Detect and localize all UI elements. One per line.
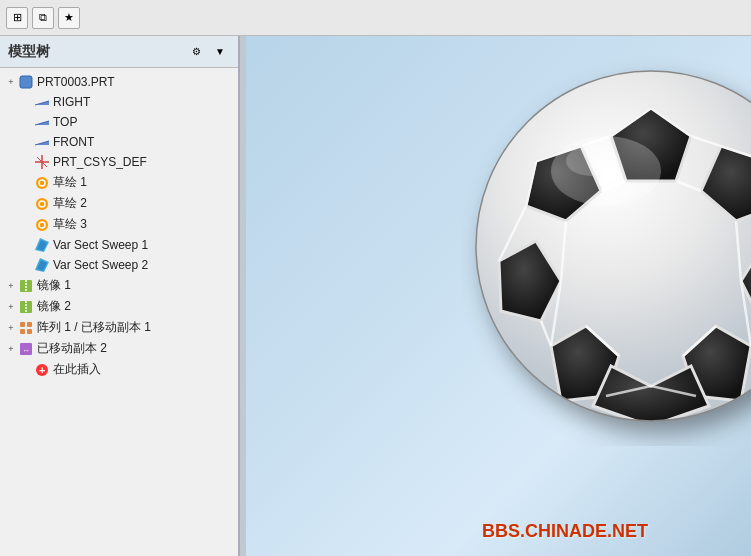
label-right: RIGHT — [53, 95, 90, 109]
tree-item-mirror1[interactable]: + 镜像 1 — [0, 275, 238, 296]
panel-title: 模型树 — [8, 43, 50, 61]
tree-item-top[interactable]: TOP — [0, 112, 238, 132]
label-sweep1: Var Sect Sweep 1 — [53, 238, 148, 252]
tree-item-pattern1[interactable]: + 阵列 1 / 已移动副本 1 — [0, 317, 238, 338]
icon-root — [18, 74, 34, 90]
svg-point-10 — [36, 177, 48, 189]
svg-text:↔: ↔ — [22, 346, 30, 355]
icon-pattern1 — [18, 320, 34, 336]
expand-sweep1 — [20, 238, 34, 252]
label-front: FRONT — [53, 135, 94, 149]
label-insert: 在此插入 — [53, 361, 101, 378]
icon-csys — [34, 154, 50, 170]
expand-insert — [20, 363, 34, 377]
panel-menu-icon[interactable]: ▼ — [210, 42, 230, 62]
icon-sketch1 — [34, 175, 50, 191]
right-viewport: BBS.CHINADE.NET — [246, 36, 751, 556]
toolbar-icon-2[interactable]: ⧉ — [32, 7, 54, 29]
svg-rect-25 — [27, 322, 32, 327]
panel-header-icons: ⚙ ▼ — [186, 42, 230, 62]
svg-text:+: + — [39, 364, 45, 376]
left-panel: 模型树 ⚙ ▼ + PRT0003.PRT RI — [0, 36, 240, 556]
label-sketch1: 草绘 1 — [53, 174, 87, 191]
icon-sketch2 — [34, 196, 50, 212]
icon-mirror2 — [18, 299, 34, 315]
svg-point-12 — [36, 198, 48, 210]
icon-insert: + — [34, 362, 50, 378]
icon-sweep1 — [34, 237, 50, 253]
tree-container[interactable]: + PRT0003.PRT RIGHT — [0, 68, 238, 556]
expand-sweep2 — [20, 258, 34, 272]
expand-front — [20, 135, 34, 149]
label-move1: 已移动副本 2 — [37, 340, 107, 357]
toolbar-icon-1[interactable]: ⊞ — [6, 7, 28, 29]
tree-item-mirror2[interactable]: + 镜像 2 — [0, 296, 238, 317]
icon-right — [34, 94, 50, 110]
toolbar-icon-3[interactable]: ★ — [58, 7, 80, 29]
expand-mirror2[interactable]: + — [4, 300, 18, 314]
icon-sketch3 — [34, 217, 50, 233]
expand-csys — [20, 155, 34, 169]
svg-rect-26 — [20, 329, 25, 334]
watermark: BBS.CHINADE.NET — [482, 521, 648, 542]
expand-sketch2 — [20, 197, 34, 211]
expand-root[interactable]: + — [4, 75, 18, 89]
tree-item-sweep2[interactable]: Var Sect Sweep 2 — [0, 255, 238, 275]
icon-top — [34, 114, 50, 130]
expand-mirror1[interactable]: + — [4, 279, 18, 293]
svg-point-14 — [36, 219, 48, 231]
label-sketch3: 草绘 3 — [53, 216, 87, 233]
panel-header: 模型树 ⚙ ▼ — [0, 36, 238, 68]
tree-item-sweep1[interactable]: Var Sect Sweep 1 — [0, 235, 238, 255]
svg-rect-24 — [20, 322, 25, 327]
soccer-ball — [461, 56, 752, 449]
label-sweep2: Var Sect Sweep 2 — [53, 258, 148, 272]
expand-sketch3 — [20, 218, 34, 232]
expand-pattern1[interactable]: + — [4, 321, 18, 335]
tree-item-sketch3[interactable]: 草绘 3 — [0, 214, 238, 235]
label-sketch2: 草绘 2 — [53, 195, 87, 212]
top-toolbar: ⊞ ⧉ ★ — [0, 0, 751, 36]
expand-top — [20, 115, 34, 129]
tree-item-right[interactable]: RIGHT — [0, 92, 238, 112]
tree-item-sketch1[interactable]: 草绘 1 — [0, 172, 238, 193]
label-mirror1: 镜像 1 — [37, 277, 71, 294]
main-area: 模型树 ⚙ ▼ + PRT0003.PRT RI — [0, 36, 751, 556]
label-pattern1: 阵列 1 / 已移动副本 1 — [37, 319, 151, 336]
tree-item-insert[interactable]: + 在此插入 — [0, 359, 238, 380]
tree-item-move1[interactable]: + ↔ 已移动副本 2 — [0, 338, 238, 359]
label-top: TOP — [53, 115, 77, 129]
tree-item-sketch2[interactable]: 草绘 2 — [0, 193, 238, 214]
icon-front — [34, 134, 50, 150]
tree-item-csys[interactable]: PRT_CSYS_DEF — [0, 152, 238, 172]
expand-right — [20, 95, 34, 109]
label-root: PRT0003.PRT — [37, 75, 115, 89]
svg-rect-0 — [20, 76, 32, 88]
expand-sketch1 — [20, 176, 34, 190]
svg-rect-27 — [27, 329, 32, 334]
label-mirror2: 镜像 2 — [37, 298, 71, 315]
icon-sweep2 — [34, 257, 50, 273]
label-csys: PRT_CSYS_DEF — [53, 155, 147, 169]
icon-move1: ↔ — [18, 341, 34, 357]
icon-mirror1 — [18, 278, 34, 294]
expand-move1[interactable]: + — [4, 342, 18, 356]
tree-item-front[interactable]: FRONT — [0, 132, 238, 152]
panel-settings-icon[interactable]: ⚙ — [186, 42, 206, 62]
tree-item-root[interactable]: + PRT0003.PRT — [0, 72, 238, 92]
svg-point-63 — [566, 146, 616, 176]
